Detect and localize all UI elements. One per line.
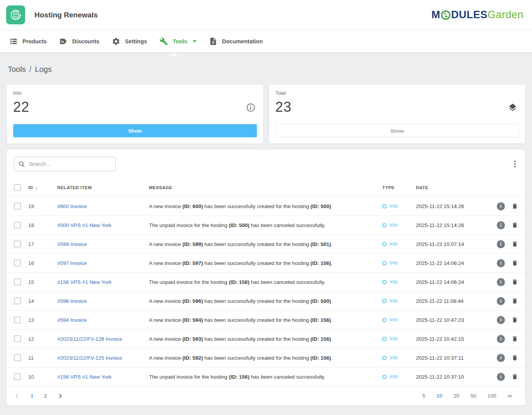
page-size-option-∞[interactable]: ∞	[508, 393, 512, 400]
page-size-option-10[interactable]: 10	[436, 393, 442, 399]
row-delete-button[interactable]	[511, 241, 518, 248]
table-body: 19 #600 Invoice A new invoice (ID: 600) …	[7, 197, 525, 386]
table-row: 17 #599 Invoice A new invoice (ID: 599) …	[7, 235, 525, 254]
total-stat-card: Total 23 Show	[269, 85, 525, 143]
related-item-link[interactable]: #600 Invoice	[57, 203, 87, 209]
info-ring-icon	[382, 261, 387, 265]
related-item-link[interactable]: #156 VPS #1 New York	[57, 374, 111, 380]
row-checkbox[interactable]	[14, 373, 21, 380]
card-label: Info	[13, 90, 257, 96]
related-item-link[interactable]: #597 Invoice	[57, 260, 87, 266]
row-checkbox[interactable]	[14, 354, 21, 361]
row-delete-button[interactable]	[511, 222, 518, 229]
trash-icon	[511, 241, 518, 248]
row-info-button[interactable]: i	[497, 354, 505, 362]
related-item-link[interactable]: #500 VPS #1 New York	[57, 222, 111, 228]
row-delete-button[interactable]	[511, 260, 518, 266]
row-date: 2025-11-22 10:37:11	[416, 355, 490, 361]
info-ring-icon	[382, 242, 387, 246]
row-delete-button[interactable]	[511, 278, 518, 285]
row-checkbox[interactable]	[14, 241, 21, 248]
show-total-button[interactable]: Show	[275, 124, 519, 137]
previous-page-button[interactable]	[14, 393, 20, 399]
logs-table-card: ID↓ RELATED ITEM MESSAGE TYPE DATE 19 #6…	[7, 150, 525, 405]
sort-desc-icon: ↓	[35, 184, 38, 190]
row-checkbox[interactable]	[14, 203, 21, 210]
breadcrumb-separator: /	[29, 65, 32, 73]
list-icon	[9, 37, 18, 46]
row-delete-button[interactable]	[511, 354, 518, 361]
info-ring-icon	[382, 318, 387, 322]
row-delete-button[interactable]	[511, 316, 518, 323]
nav-item-products[interactable]: Products	[3, 30, 53, 52]
info-ring-icon	[382, 337, 387, 341]
type-label: Info	[390, 203, 398, 209]
row-delete-button[interactable]	[511, 335, 518, 342]
row-id: 15	[28, 279, 57, 285]
info-ring-icon	[382, 223, 387, 227]
row-info-button[interactable]: i	[497, 278, 505, 286]
row-id: 18	[28, 222, 57, 228]
related-item-link[interactable]: #156 VPS #1 New York	[57, 279, 111, 285]
page-size-option-100[interactable]: 100	[488, 393, 496, 399]
page-size-option-20[interactable]: 20	[453, 393, 459, 399]
row-info-button[interactable]: i	[497, 335, 505, 343]
log-message: A new invoice (ID: 600) has been success…	[149, 203, 382, 209]
row-info-button[interactable]: i	[497, 202, 505, 210]
column-header-id[interactable]: ID↓	[28, 184, 57, 190]
row-id: 12	[28, 336, 57, 342]
table-header-row: ID↓ RELATED ITEM MESSAGE TYPE DATE	[7, 178, 525, 197]
nav-item-documentation[interactable]: Documentation	[203, 30, 269, 52]
nav-label: Products	[22, 38, 47, 44]
row-checkbox[interactable]	[14, 222, 21, 229]
column-header-message: MESSAGE	[149, 185, 382, 190]
related-item-link[interactable]: #2023/11/22/FV-125 Invoice	[57, 355, 122, 361]
row-info-button[interactable]: i	[497, 316, 505, 324]
related-item-link[interactable]: #2023/11/22/FV-126 Invoice	[57, 336, 122, 342]
row-checkbox[interactable]	[14, 278, 21, 285]
related-item-link[interactable]: #599 Invoice	[57, 241, 87, 247]
nav-item-tools[interactable]: Tools	[153, 30, 203, 52]
column-label: ID	[28, 185, 33, 190]
row-checkbox[interactable]	[14, 297, 21, 304]
page-size-option-5[interactable]: 5	[422, 393, 425, 399]
row-info-button[interactable]: i	[497, 240, 505, 248]
row-checkbox[interactable]	[14, 260, 21, 266]
info-ring-icon	[382, 204, 387, 208]
row-info-button[interactable]: i	[497, 373, 505, 381]
show-info-button[interactable]: Show	[13, 124, 257, 137]
page-number-2[interactable]: 2	[44, 393, 47, 399]
row-info-button[interactable]: i	[497, 297, 505, 305]
kebab-menu-icon[interactable]	[512, 158, 518, 170]
page-title: Hosting Renewals	[34, 11, 98, 19]
table-row: 16 #597 Invoice A new invoice (ID: 597) …	[7, 254, 525, 273]
type-badge: Info	[382, 317, 416, 323]
search-input[interactable]	[29, 161, 111, 167]
next-page-button[interactable]	[57, 393, 63, 399]
nav-item-settings[interactable]: Settings	[106, 30, 153, 52]
breadcrumb-tools-link[interactable]: Tools	[8, 65, 26, 73]
related-item-link[interactable]: #596 Invoice	[57, 298, 87, 304]
log-message: A new invoice (ID: 592) has been success…	[149, 355, 382, 361]
type-label: Info	[390, 241, 398, 247]
log-message: A new invoice (ID: 597) has been success…	[149, 260, 382, 266]
row-delete-button[interactable]	[511, 297, 518, 304]
page-size-option-50[interactable]: 50	[470, 393, 476, 399]
row-delete-button[interactable]	[511, 203, 518, 210]
row-date: 2025-11-22 14:06:24	[416, 279, 490, 285]
table-row: 18 #500 VPS #1 New York The unpaid invoi…	[7, 216, 525, 235]
log-message: A new invoice (ID: 599) has been success…	[149, 241, 382, 247]
nav-item-discounts[interactable]: % Discounts	[53, 30, 106, 52]
row-delete-button[interactable]	[511, 373, 518, 380]
row-checkbox[interactable]	[14, 316, 21, 323]
select-all-checkbox[interactable]	[14, 184, 21, 191]
page-number-1[interactable]: 1	[31, 393, 34, 399]
row-info-button[interactable]: i	[497, 221, 505, 229]
row-info-button[interactable]: i	[497, 259, 505, 267]
trash-icon	[511, 222, 518, 229]
row-checkbox[interactable]	[14, 335, 21, 342]
row-date: 2025-11-22 10:42:15	[416, 336, 490, 342]
related-item-link[interactable]: #594 Invoice	[57, 317, 87, 323]
info-circle-icon[interactable]	[246, 103, 255, 112]
nav-label: Documentation	[222, 38, 263, 44]
